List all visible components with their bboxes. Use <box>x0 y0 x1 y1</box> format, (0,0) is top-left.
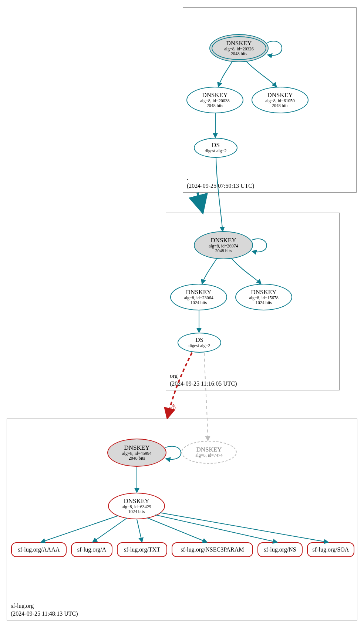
rrset-soa: sf-lug.org/SOA <box>307 542 354 557</box>
node-org-ds-title: DS <box>195 337 203 343</box>
node-org-zsk1-title: DNSKEY <box>186 289 212 296</box>
zone-org-time: (2024-09-25 11:16:05 UTC) <box>170 380 237 388</box>
node-root-zsk2-sub2: 2048 bits <box>272 103 288 108</box>
node-root-zsk1-sub2: 2048 bits <box>207 103 223 108</box>
node-org-zsk2-sub2: 1024 bits <box>256 300 272 305</box>
zone-root-label: . (2024-09-25 07:50:13 UTC) <box>187 174 254 190</box>
node-sf-missing: DNSKEY alg=8, id=7474 <box>181 441 237 464</box>
zone-sflug-label: sf-lug.org (2024-09-25 11:48:13 UTC) <box>11 602 78 618</box>
node-root-ksk: DNSKEY alg=8, id=20326 2048 bits <box>209 34 269 62</box>
node-org-ksk-title: DNSKEY <box>211 237 236 244</box>
edge-root-deleg-thick <box>198 193 203 213</box>
rrset-a: sf-lug.org/A <box>71 542 112 557</box>
node-org-ksk-sub1: alg=8, id=26974 <box>209 244 238 249</box>
node-org-zsk2-sub1: alg=8, id=15678 <box>249 296 279 300</box>
node-org-ksk: DNSKEY alg=8, id=26974 2048 bits <box>194 231 253 259</box>
node-sf-zsk: DNSKEY alg=8, id=63429 1024 bits <box>108 493 165 519</box>
node-org-zsk1-sub2: 1024 bits <box>191 300 207 305</box>
node-root-ksk-sub2: 2048 bits <box>231 51 247 56</box>
rrset-aaaa: sf-lug.org/AAAA <box>11 542 67 557</box>
node-sf-missing-sub1: alg=8, id=7474 <box>195 453 223 458</box>
rrset-ns: sf-lug.org/NS <box>257 542 303 557</box>
rrset-nsec3param: sf-lug.org/NSEC3PARAM <box>172 542 253 557</box>
node-root-ds-title: DS <box>212 142 220 149</box>
rrset-nsec3param-label: sf-lug.org/NSEC3PARAM <box>181 546 244 553</box>
node-sf-ksk-sub1: alg=8, id=45994 <box>122 451 152 456</box>
node-sf-zsk-sub1: alg=8, id=63429 <box>122 505 151 509</box>
node-sf-ksk-sub2: 2048 bits <box>129 456 145 461</box>
node-sf-ksk-title: DNSKEY <box>124 444 150 451</box>
node-sf-ksk: DNSKEY alg=8, id=45994 2048 bits <box>107 439 166 467</box>
zone-root-name: . <box>187 174 254 182</box>
node-root-ds-sub1: digest alg=2 <box>205 149 226 153</box>
rrset-soa-label: sf-lug.org/SOA <box>313 546 349 553</box>
node-org-zsk2-title: DNSKEY <box>251 289 277 296</box>
node-org-zsk2: DNSKEY alg=8, id=15678 1024 bits <box>235 284 292 310</box>
zone-root-time: (2024-09-25 07:50:13 UTC) <box>187 182 254 190</box>
zone-sflug-name: sf-lug.org <box>11 602 78 610</box>
node-org-ksk-sub2: 2048 bits <box>215 249 232 253</box>
node-org-zsk1-sub1: alg=8, id=23064 <box>184 296 213 300</box>
node-root-zsk1-sub1: alg=8, id=20038 <box>200 99 230 103</box>
node-org-zsk1: DNSKEY alg=8, id=23064 1024 bits <box>170 284 227 310</box>
node-org-ds-sub1: digest alg=2 <box>188 343 210 348</box>
node-root-zsk1-title: DNSKEY <box>202 92 228 99</box>
node-sf-missing-title: DNSKEY <box>196 446 222 453</box>
warning-icon: ⚠ <box>170 403 177 410</box>
node-sf-zsk-title: DNSKEY <box>124 498 149 505</box>
node-root-ksk-sub1: alg=8, id=20326 <box>224 47 254 51</box>
node-sf-zsk-sub2: 1024 bits <box>128 509 145 514</box>
rrset-aaaa-label: sf-lug.org/AAAA <box>18 546 60 553</box>
rrset-a-label: sf-lug.org/A <box>77 546 106 553</box>
rrset-ns-label: sf-lug.org/NS <box>264 546 296 553</box>
zone-org-label: org (2024-09-25 11:16:05 UTC) <box>170 372 237 388</box>
node-root-zsk2-sub1: alg=8, id=61050 <box>265 99 295 103</box>
node-root-zsk2: DNSKEY alg=8, id=61050 2048 bits <box>252 87 309 113</box>
node-root-ksk-title: DNSKEY <box>226 40 252 47</box>
node-org-ds: DS digest alg=2 <box>178 333 221 353</box>
node-root-ds: DS digest alg=2 <box>194 138 237 158</box>
zone-sflug-time: (2024-09-25 11:48:13 UTC) <box>11 610 78 618</box>
rrset-txt-label: sf-lug.org/TXT <box>124 546 160 553</box>
zone-org-name: org <box>170 372 237 380</box>
node-root-zsk2-title: DNSKEY <box>267 92 293 99</box>
node-root-zsk1: DNSKEY alg=8, id=20038 2048 bits <box>186 87 243 113</box>
rrset-txt: sf-lug.org/TXT <box>117 542 167 557</box>
